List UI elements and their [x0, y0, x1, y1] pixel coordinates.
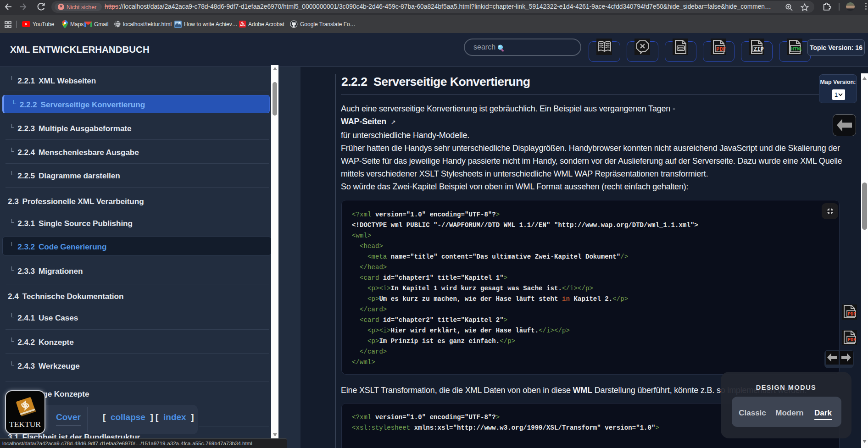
svg-text:HTML: HTML	[791, 46, 802, 52]
svg-text:PDF: PDF	[716, 46, 726, 52]
svg-text:ZIP: ZIP	[754, 46, 764, 52]
svg-text:PDF: PDF	[848, 337, 856, 343]
svg-text:PDF: PDF	[848, 312, 856, 317]
